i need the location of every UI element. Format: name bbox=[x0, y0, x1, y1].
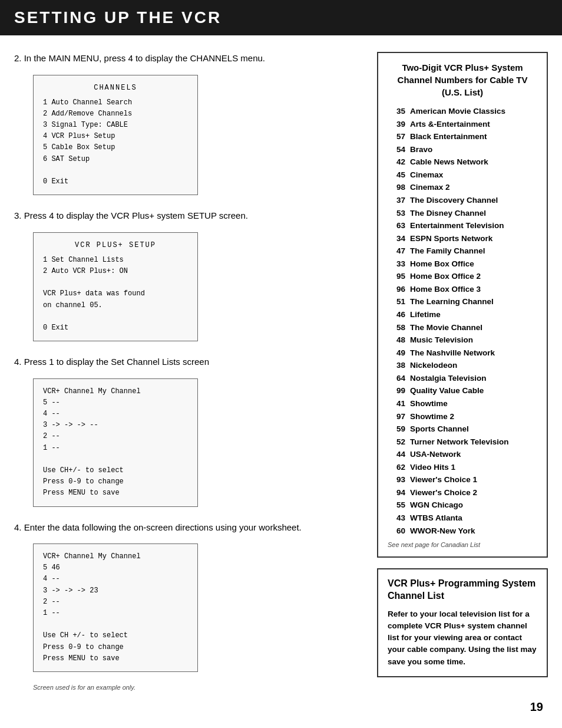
channel-list-item: 39Arts &-Entertainment bbox=[388, 118, 537, 130]
screen-line bbox=[43, 165, 188, 176]
screen-line: 5 -- bbox=[43, 397, 188, 409]
channel-number: 96 bbox=[388, 284, 405, 295]
channel-list-item: 49The Nashville Network bbox=[388, 347, 537, 359]
channel-number: 98 bbox=[388, 182, 405, 193]
channel-list-item: 51The Learning Channel bbox=[388, 296, 537, 308]
vcr-plus-body: Refer to your local television list for … bbox=[388, 608, 537, 668]
channel-number: 60 bbox=[388, 525, 405, 537]
channel-number: 57 bbox=[388, 131, 405, 143]
screen-line: Press 0-9 to change bbox=[43, 476, 188, 487]
channel-number: 35 bbox=[388, 106, 405, 117]
channel-name: USA-Network bbox=[410, 449, 461, 460]
channel-name: ESPN Sports Network bbox=[410, 233, 492, 245]
channel-list-item: 96Home Box Office 3 bbox=[388, 284, 537, 295]
channel-name: Lifetime bbox=[410, 309, 441, 321]
screen-line: Use CH +/- to select bbox=[43, 630, 188, 641]
channel-list-item: 38Nickelodeon bbox=[388, 360, 537, 371]
screen-line bbox=[43, 619, 188, 630]
screen-line: 6 SAT Setup bbox=[43, 154, 188, 165]
channel-name: The Movie Channel bbox=[410, 322, 482, 334]
channel-list-item: 37The Discovery Channel bbox=[388, 195, 537, 206]
channel-list-item: 48Music Television bbox=[388, 334, 537, 346]
channel-number: 94 bbox=[388, 487, 405, 499]
channel-list-item: 62Video Hits 1 bbox=[388, 462, 537, 473]
channel-list-item: 41Showtime bbox=[388, 398, 537, 410]
step-text-step4a: 4. Press 1 to display the Set Channel Li… bbox=[14, 355, 363, 369]
channel-name: Sports Channel bbox=[410, 423, 469, 435]
left-column: 2. In the MAIN MENU, press 4 to display … bbox=[14, 52, 363, 705]
vcr-plus-box: VCR Plus+ Programming System Channel Lis… bbox=[377, 568, 548, 677]
step-block-step3: 3. Press 4 to display the VCR Plus+ syst… bbox=[14, 209, 363, 341]
page-title: SETTING UP THE VCR bbox=[14, 8, 548, 27]
channel-number-box: Two-Digit VCR Plus+ System Channel Numbe… bbox=[377, 52, 548, 558]
screen-caption-step4b: Screen used is for an example only. bbox=[33, 684, 363, 691]
screen-line bbox=[43, 454, 188, 465]
channel-name: Cable News Network bbox=[410, 156, 488, 168]
channel-name: Home Box Office 3 bbox=[410, 284, 481, 295]
channel-list-item: 53The Disney Channel bbox=[388, 207, 537, 219]
channel-name: Home Box Office 2 bbox=[410, 271, 481, 282]
page-number: 19 bbox=[530, 700, 543, 714]
screen-box-step4b: VCR+ Channel My Channel 5 46 4 -- 3 -> -… bbox=[33, 543, 198, 672]
screen-box-step3: VCR PLUS+ SETUP1 Set Channel Lists2 Auto… bbox=[33, 232, 198, 342]
step-block-step2: 2. In the MAIN MENU, press 4 to display … bbox=[14, 52, 363, 195]
screen-line: 4 -- bbox=[43, 574, 188, 585]
channel-list-item: 42Cable News Network bbox=[388, 156, 537, 168]
screen-line: 1 Set Channel Lists bbox=[43, 255, 188, 266]
main-layout: 2. In the MAIN MENU, press 4 to display … bbox=[0, 52, 562, 705]
screen-box-step2: CHANNELS1 Auto Channel Search2 Add/Remov… bbox=[33, 75, 198, 196]
channel-name: Viewer's Choice 1 bbox=[410, 474, 477, 486]
step-text-step2: 2. In the MAIN MENU, press 4 to display … bbox=[14, 52, 363, 65]
screen-line: 1 -- bbox=[43, 608, 188, 619]
channel-name: The Nashville Network bbox=[410, 347, 495, 359]
screen-line: 1 Auto Channel Search bbox=[43, 97, 188, 108]
screen-line: VCR Plus+ data was found bbox=[43, 288, 188, 299]
channel-list-item: 94Viewer's Choice 2 bbox=[388, 487, 537, 499]
channel-list-item: 44USA-Network bbox=[388, 449, 537, 460]
channel-name: Video Hits 1 bbox=[410, 462, 455, 473]
channel-number: 49 bbox=[388, 347, 405, 359]
channel-number: 34 bbox=[388, 233, 405, 245]
screen-line: 0 Exit bbox=[43, 322, 188, 334]
channel-name: WGN Chicago bbox=[410, 499, 463, 511]
channel-name: Nickelodeon bbox=[410, 360, 457, 371]
screen-line: 2 Add/Remove Channels bbox=[43, 108, 188, 120]
channel-number: 41 bbox=[388, 398, 405, 410]
screen-line: Press MENU to save bbox=[43, 653, 188, 664]
channel-list-item: 58The Movie Channel bbox=[388, 322, 537, 334]
channel-list-item: 35American Movie Classics bbox=[388, 106, 537, 117]
step-text-step4b: 4. Enter the data following the on-scree… bbox=[14, 521, 363, 535]
channel-list-item: 45Cinemax bbox=[388, 169, 537, 181]
channel-name: Bravo bbox=[410, 144, 432, 156]
channel-list-item: 57Black Entertainment bbox=[388, 131, 537, 143]
screen-line: Use CH+/- to select bbox=[43, 465, 188, 476]
channel-list-item: 95Home Box Office 2 bbox=[388, 271, 537, 282]
channel-name: Quality Value Cable bbox=[410, 385, 484, 397]
channel-number: 43 bbox=[388, 512, 405, 524]
channel-footnote: See next page for Canadian List bbox=[388, 541, 537, 548]
channel-list-item: 43WTBS Atlanta bbox=[388, 512, 537, 524]
channel-list-item: 59Sports Channel bbox=[388, 423, 537, 435]
screen-box-step4a: VCR+ Channel My Channel 5 -- 4 -- 3 -> -… bbox=[33, 378, 198, 507]
channel-number: 47 bbox=[388, 245, 405, 257]
channel-name: Viewer's Choice 2 bbox=[410, 487, 477, 499]
channel-name: The Family Channel bbox=[410, 245, 485, 257]
screen-line: 0 Exit bbox=[43, 176, 188, 187]
channel-number: 51 bbox=[388, 296, 405, 308]
channel-number: 99 bbox=[388, 385, 405, 397]
channel-name: Turner Network Television bbox=[410, 436, 509, 448]
channel-name: The Discovery Channel bbox=[410, 195, 498, 206]
screen-line: VCR+ Channel My Channel bbox=[43, 386, 188, 397]
channel-number: 63 bbox=[388, 220, 405, 232]
channel-name: Home Box Office bbox=[410, 258, 474, 270]
channel-list-item: 55WGN Chicago bbox=[388, 499, 537, 511]
channel-number: 46 bbox=[388, 309, 405, 321]
channel-name: The Learning Channel bbox=[410, 296, 494, 308]
channel-list-item: 93Viewer's Choice 1 bbox=[388, 474, 537, 486]
channel-number: 52 bbox=[388, 436, 405, 448]
channel-number: 45 bbox=[388, 169, 405, 181]
screen-line: 2 -- bbox=[43, 597, 188, 608]
screen-line: 4 VCR Plus+ Setup bbox=[43, 131, 188, 142]
channel-list-item: 60WWOR-New York bbox=[388, 525, 537, 537]
screen-line: on channel 05. bbox=[43, 300, 188, 311]
